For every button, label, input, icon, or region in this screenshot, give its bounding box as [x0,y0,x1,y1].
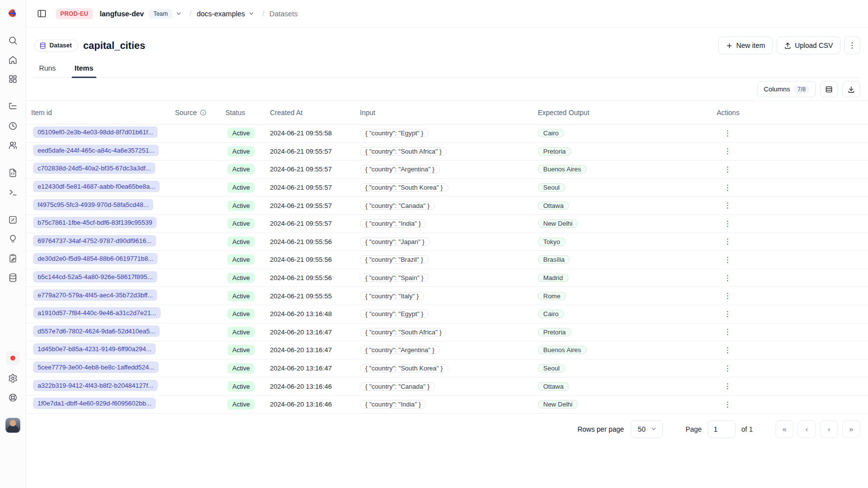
user-avatar[interactable] [5,418,20,433]
row-actions-kebab-icon[interactable]: ⋮ [721,144,735,158]
project-chevron-down-icon[interactable] [248,10,255,17]
table-row[interactable]: a1910d57-7f84-440c-9e46-a31c2d7e21... Ac… [26,305,868,324]
row-height-button[interactable] [820,81,838,97]
row-actions-kebab-icon[interactable]: ⋮ [721,343,735,357]
item-id-badge[interactable]: de30d2e0-f5d9-4854-88b6-0619771b8... [33,253,158,264]
row-actions-kebab-icon[interactable]: ⋮ [721,362,735,375]
tab-runs[interactable]: Runs [36,64,59,78]
datasets-database-icon[interactable] [6,271,20,285]
prompts-file-icon[interactable] [6,166,20,180]
item-id-badge[interactable]: 69764737-34af-4752-9787-d90df9616... [33,235,156,246]
table-row[interactable]: eed5dafe-244f-465c-a84c-4a6e357251... Ac… [26,143,868,161]
info-icon[interactable] [200,109,207,116]
row-actions-kebab-icon[interactable]: ⋮ [721,235,735,248]
lightbulb-icon[interactable] [6,232,20,246]
settings-gear-icon[interactable] [6,371,20,385]
next-page-button[interactable]: › [820,420,838,438]
row-actions-kebab-icon[interactable]: ⋮ [721,217,735,231]
scores-percent-icon[interactable] [6,213,20,227]
sidebar-toggle-icon[interactable] [34,6,49,21]
table-row[interactable]: b75c7861-1fbe-45cf-bdf6-83f139c95539 Act… [26,215,868,233]
table-row[interactable]: de30d2e0-f5d9-4854-88b6-0619771b8... Act… [26,251,868,269]
annotation-clipboard-icon[interactable] [6,251,20,265]
terminal-icon[interactable] [6,185,20,199]
table-row[interactable]: 1f0e7da1-dbff-4e60-929d-f6095602bb... Ac… [26,396,868,414]
item-id-badge[interactable]: d557e7d6-7802-4624-9da6-52d410ea5... [33,325,160,337]
item-id-badge[interactable]: 05109ef0-2e3b-4e03-98dd-8f7d01b61f... [33,126,158,138]
item-id-badge[interactable]: a1910d57-7f84-440c-9e46-a31c2d7e21... [33,307,161,319]
row-actions-kebab-icon[interactable]: ⋮ [721,199,735,212]
row-actions-kebab-icon[interactable]: ⋮ [721,253,735,267]
created-at-cell: 2024-06-21 09:55:56 [270,274,360,282]
item-id-badge[interactable]: c702838d-24d5-40a2-bf35-67dc3a3df... [33,163,155,174]
org-name[interactable]: langfuse-dev [100,10,144,18]
item-id-badge[interactable]: b75c7861-1fbe-45cf-bdf6-83f139c95539 [33,217,157,228]
created-at-cell: 2024-06-21 09:55:57 [270,148,360,155]
row-actions-kebab-icon[interactable]: ⋮ [721,181,735,195]
row-actions-kebab-icon[interactable]: ⋮ [721,163,735,176]
row-actions-kebab-icon[interactable]: ⋮ [721,398,735,411]
page-kebab-menu-button[interactable]: ⋮ [844,37,860,54]
status-badge: Active [227,254,255,265]
rows-per-page-select[interactable]: 50 [631,420,663,438]
row-actions-kebab-icon[interactable]: ⋮ [721,307,735,321]
record-indicator[interactable] [6,351,20,365]
item-id-badge[interactable]: f4975c95-5fc3-4939-970d-58fa5cd48... [33,199,153,210]
export-download-button[interactable] [842,81,860,97]
expected-output-cell: New Delhi [538,219,578,228]
table-row[interactable]: c702838d-24d5-40a2-bf35-67dc3a3df... Act… [26,161,868,179]
created-at-cell: 2024-06-20 13:16:47 [270,346,360,354]
page-label: Page [686,425,702,433]
row-actions-kebab-icon[interactable]: ⋮ [721,126,735,140]
table-row[interactable]: b5c144cd-52a5-4a80-926e-58617f895... Act… [26,269,868,287]
expected-output-cell: New Delhi [538,400,578,408]
breadcrumb-project[interactable]: docs-examples [197,10,245,18]
item-id-badge[interactable]: b5c144cd-52a5-4a80-926e-58617f895... [33,271,157,283]
dashboard-icon[interactable] [6,72,20,86]
table-body: 05109ef0-2e3b-4e03-98dd-8f7d01b61f... Ac… [26,124,868,414]
last-page-button[interactable]: » [842,420,860,438]
tracing-icon[interactable] [6,100,20,114]
row-actions-kebab-icon[interactable]: ⋮ [721,325,735,339]
sessions-clock-icon[interactable] [6,119,20,133]
item-id-badge[interactable]: 1d45b0e7-b85a-4231-9149-6ff90a294... [33,343,156,355]
expected-output-cell: Brasília [538,255,570,264]
search-icon[interactable] [6,34,20,47]
table-row[interactable]: f4975c95-5fc3-4939-970d-58fa5cd48... Act… [26,197,868,215]
table-row[interactable]: 1d45b0e7-b85a-4231-9149-6ff90a294... Act… [26,341,868,360]
org-chevron-down-icon[interactable] [175,10,182,17]
row-actions-kebab-icon[interactable]: ⋮ [721,271,735,285]
table-row[interactable]: 69764737-34af-4752-9787-d90df9616... Act… [26,233,868,251]
table-row[interactable]: 05109ef0-2e3b-4e03-98dd-8f7d01b61f... Ac… [26,124,868,143]
item-id-badge[interactable]: 5cee7779-3e00-4eb8-be8c-1affedd524... [33,362,159,373]
home-icon[interactable] [6,53,20,67]
item-id-badge[interactable]: e779a270-579a-4f45-aec4-35b72d3bff... [33,289,157,301]
new-item-button[interactable]: New item [718,37,773,54]
support-lifebuoy-icon[interactable] [6,391,20,405]
table-row[interactable]: d557e7d6-7802-4624-9da6-52d410ea5... Act… [26,324,868,342]
table-row[interactable]: e779a270-579a-4f45-aec4-35b72d3bff... Ac… [26,287,868,305]
table-row[interactable]: e12430df-5e81-4687-aabb-f0ea65be8a... Ac… [26,179,868,197]
row-actions-kebab-icon[interactable]: ⋮ [721,379,735,393]
row-actions-kebab-icon[interactable]: ⋮ [721,289,735,303]
breadcrumb-section[interactable]: Datasets [269,10,298,18]
expected-output-cell: Ottawa [538,382,569,391]
item-id-badge[interactable]: a322b319-9412-4f43-b8f2-b20484127f... [33,380,158,391]
upload-csv-button[interactable]: Upload CSV [777,37,840,54]
input-cell: { "country": "India" } [360,219,426,228]
item-id-badge[interactable]: e12430df-5e81-4687-aabb-f0ea65be8a... [33,181,160,192]
tab-items[interactable]: Items [72,64,96,78]
item-id-badge[interactable]: 1f0e7da1-dbff-4e60-929d-f6095602bb... [33,398,156,409]
item-id-badge[interactable]: eed5dafe-244f-465c-a84c-4a6e357251... [33,145,159,156]
columns-button[interactable]: Columns 7/8 [757,81,816,97]
prev-page-button[interactable]: ‹ [798,420,816,438]
input-cell: { "country": "Spain" } [360,274,429,282]
table-row[interactable]: a322b319-9412-4f43-b8f2-b20484127f... Ac… [26,377,868,396]
langfuse-logo-icon [6,7,19,20]
table-row[interactable]: 5cee7779-3e00-4eb8-be8c-1affedd524... Ac… [26,360,868,378]
page-number-input[interactable] [708,420,736,438]
org-type-badge[interactable]: Team [149,9,172,19]
first-page-button[interactable]: « [776,420,793,438]
users-icon[interactable] [6,138,20,152]
status-badge: Active [227,164,255,174]
